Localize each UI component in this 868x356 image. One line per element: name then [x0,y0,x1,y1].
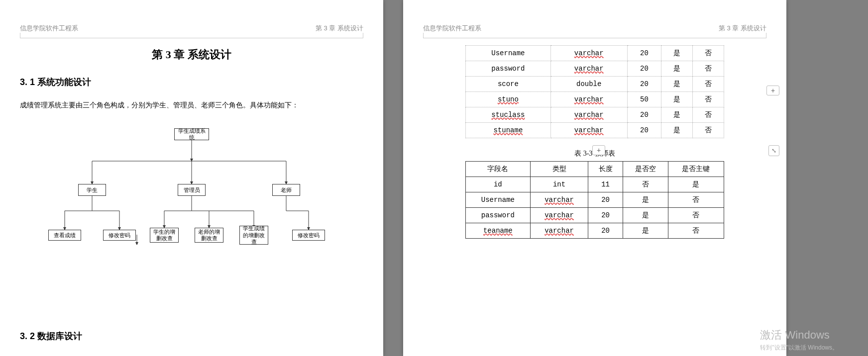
table-cell: 是 [661,107,693,123]
diagram-leaf-change-pwd-1: 修改密码 [103,230,136,241]
table-cell: double [550,77,627,92]
table-cell: 是 [661,92,693,107]
system-diagram: 学生成绩系统 学生 管理员 老师 查看成绩 修改密码 学生的增删改查 老师的增删… [37,126,346,266]
diagram-leaf-view-score: 查看成绩 [48,230,81,241]
table-cell: 11 [588,177,623,192]
diagram-leaf-tea-crud: 老师的增删改查 [195,228,223,243]
table-row: idint11否是 [466,177,724,192]
add-row-button[interactable]: + [592,145,605,155]
table-header-cell: 字段名 [466,162,531,177]
diagram-leaf-stu-crud: 学生的增删改查 [150,228,179,243]
table-header-cell: 是否主键 [668,162,724,177]
add-col-button[interactable]: + [766,86,779,95]
plus-icon: + [771,87,775,94]
table-cell: teaname [466,223,531,239]
table-row: stunovarchar50是否 [466,92,724,107]
table-cell: 是 [661,77,693,92]
table-cell: 是 [623,208,668,223]
diagram-root: 学生成绩系统 [174,128,209,140]
diagram-leaf-change-pwd-2: 修改密码 [292,230,325,241]
table-cell: stuclass [466,107,551,123]
table-cell: 否 [693,77,724,92]
table-cell: 否 [693,107,724,123]
table-cell: 20 [627,123,661,138]
section-3-2-title: 3. 2 数据库设计 [20,330,82,342]
table-cell: Username [466,46,551,61]
diagram-leaf-score-crud: 学生成绩的增删改查 [239,226,268,245]
table-cell: 否 [693,123,724,138]
table-cell: 20 [588,223,623,239]
table-cell: 是 [661,61,693,77]
table-cell: 20 [627,107,661,123]
expand-icon: ⤡ [771,147,776,154]
table-cell: varchar [550,123,627,138]
table-cell: 20 [588,208,623,223]
table-header-cell: 是否空 [623,162,668,177]
header-right: 第 3 章 系统设计 [316,24,363,33]
page-header-right: 信息学院软件工程系 第 3 章 系统设计 [423,20,766,36]
table-cell: 50 [627,92,661,107]
diagram-node-student: 学生 [78,184,106,196]
table-row: stunamevarchar20是否 [466,123,724,138]
db-table-student-cont: Usernamevarchar20是否passwordvarchar20是否sc… [465,45,724,138]
table-cell: 否 [668,192,724,208]
table-expand-button[interactable]: ⤡ [768,145,779,156]
header-left: 信息学院软件工程系 [20,24,78,33]
table-cell: Username [466,192,531,208]
table-cell: varchar [530,223,588,239]
table-row: passwordvarchar20是否 [466,208,724,223]
db-table-teacher: 字段名类型长度是否空是否主键idint11否是Usernamevarchar20… [465,161,724,239]
header-left: 信息学院软件工程系 [423,24,481,33]
table-cell: 否 [693,92,724,107]
table-row: stuclassvarchar20是否 [466,107,724,123]
table-cell: 20 [588,192,623,208]
table-cell: 20 [627,46,661,61]
table-cell: 20 [627,77,661,92]
table-cell: 是 [623,192,668,208]
table-row: Usernamevarchar20是否 [466,46,724,61]
table-cell: stuno [466,92,551,107]
table-cell: varchar [550,46,627,61]
diagram-node-teacher: 老师 [272,184,300,196]
table-cell: varchar [550,107,627,123]
table-cell: score [466,77,551,92]
table-cell: 否 [668,208,724,223]
chapter-title: 第 3 章 系统设计 [20,47,363,62]
section-3-1-title: 3. 1 系统功能设计 [20,76,363,88]
page-right: 信息学院软件工程系 第 3 章 系统设计 Usernamevarchar20是否… [403,0,786,356]
table-cell: 20 [627,61,661,77]
table-row: passwordvarchar20是否 [466,61,724,77]
page-left: 信息学院软件工程系 第 3 章 系统设计 第 3 章 系统设计 3. 1 系统功… [0,0,383,356]
table-cell: password [466,61,551,77]
table-header-cell: 类型 [530,162,588,177]
table-cell: password [466,208,531,223]
table-row: scoredouble20是否 [466,77,724,92]
plus-icon: + [597,146,601,154]
table-cell: 否 [693,46,724,61]
table-cell: stuname [466,123,551,138]
table-cell: varchar [550,61,627,77]
table-row: teanamevarchar20是否 [466,223,724,239]
table-row: Usernamevarchar20是否 [466,192,724,208]
table-cell: varchar [530,208,588,223]
table-cell: id [466,177,531,192]
table-cell: 否 [668,223,724,239]
table-cell: int [530,177,588,192]
table-header-cell: 长度 [588,162,623,177]
table-cell: 是 [668,177,724,192]
table-cell: 是 [661,46,693,61]
table-cell: 是 [623,223,668,239]
page-header: 信息学院软件工程系 第 3 章 系统设计 [20,20,363,36]
table-cell: 是 [661,123,693,138]
table-cell: varchar [530,192,588,208]
table-cell: 否 [623,177,668,192]
header-right: 第 3 章 系统设计 [719,24,766,33]
diagram-node-admin: 管理员 [178,184,206,196]
table-cell: 否 [693,61,724,77]
table-header-row: 字段名类型长度是否空是否主键 [466,162,724,177]
intro-paragraph: 成绩管理系统主要由三个角色构成，分别为学生、管理员、老师三个角色。具体功能如下： [20,99,363,111]
table-cell: varchar [550,92,627,107]
